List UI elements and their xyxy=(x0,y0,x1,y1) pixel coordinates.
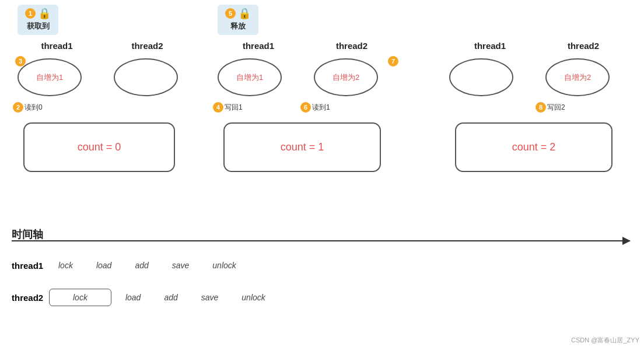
thread1-label-s1: thread1 xyxy=(41,41,72,51)
annotation-write1: 4 写回1 xyxy=(213,102,243,113)
annotation-read0: 2 读到0 xyxy=(13,102,43,113)
timeline-area: 时间轴 thread1 lock load add save unlock th… xyxy=(0,222,644,347)
step-num-4: 4 xyxy=(213,102,223,113)
ellipse-s2-t2: 自增为2 xyxy=(314,58,378,96)
step-num-8: 8 xyxy=(536,102,546,113)
count-box-3: count = 2 xyxy=(455,122,612,172)
read1-label: 读到1 xyxy=(312,103,330,113)
annotation-write2: 8 写回2 xyxy=(536,102,565,113)
count-text-2: count = 1 xyxy=(281,141,324,153)
watermark: CSDN @富春山居_ZYY xyxy=(571,336,639,345)
thread1-ops: lock load add save unlock xyxy=(47,261,248,270)
ellipse-s2-t2-text: 自增为2 xyxy=(332,72,359,83)
thread1-timeline-label: thread1 xyxy=(0,261,47,271)
step-num-3: 3 xyxy=(15,56,26,66)
count-text-3: count = 2 xyxy=(512,141,556,153)
ellipse-s1-t1-text: 自增为1 xyxy=(36,72,63,83)
ellipse-s3-t1 xyxy=(449,58,513,96)
thread1-label-s3: thread1 xyxy=(474,41,506,51)
count-box-1: count = 0 xyxy=(23,122,175,172)
lock-icon-1: 🔒 xyxy=(38,7,51,20)
op-lock-t1: lock xyxy=(47,261,85,270)
op-save-t2: save xyxy=(190,293,230,302)
count-box-2: count = 1 xyxy=(223,122,381,172)
badge-label-2: 释放 xyxy=(230,21,246,31)
lock-badge-2: 5 🔒 释放 xyxy=(218,5,258,35)
badge-label-1: 获取到 xyxy=(27,21,50,31)
thread2-ops: lock load add save unlock xyxy=(47,289,277,306)
op-save-t1: save xyxy=(160,261,201,270)
op-add-t2: add xyxy=(152,293,189,302)
ellipse-s2-t1-text: 自增为1 xyxy=(236,72,263,83)
thread-labels-2: thread1 thread2 xyxy=(212,41,398,51)
timeline-arrow xyxy=(12,240,630,241)
thread2-label-s2: thread2 xyxy=(336,41,368,51)
read0-label: 读到0 xyxy=(24,103,43,113)
thread-labels-3: thread1 thread2 xyxy=(443,41,630,51)
thread2-label-s1: thread2 xyxy=(131,41,163,51)
op-lock-box-t2: lock xyxy=(49,289,111,306)
ellipse-s3-t2-text: 自增为2 xyxy=(564,72,591,83)
op-add-t1: add xyxy=(123,261,160,270)
lock-badge-1: 1 🔒 获取到 xyxy=(18,5,58,35)
ellipse-s3-t2: 自增为2 xyxy=(545,58,610,96)
op-unlock-t2: unlock xyxy=(230,293,276,302)
ellipse-s1-t1: 自增为1 xyxy=(18,58,82,96)
ellipse-s2-t1: 自增为1 xyxy=(218,58,282,96)
main-container: 1 🔒 获取到 thread1 thread2 自增为1 3 2 xyxy=(0,0,644,347)
step-num-6: 6 xyxy=(300,102,311,113)
step-num-5: 5 xyxy=(225,8,236,19)
step-num-7: 7 xyxy=(388,56,398,66)
count-text-1: count = 0 xyxy=(78,141,121,153)
step-num-1: 1 xyxy=(25,8,36,19)
ellipse-s1-t2 xyxy=(114,58,178,96)
thread2-row: thread2 lock load add save unlock xyxy=(0,286,277,309)
op-unlock-t1: unlock xyxy=(201,261,247,270)
step-num-2: 2 xyxy=(13,102,23,113)
op-load-t2: load xyxy=(114,293,152,302)
thread2-label-s3: thread2 xyxy=(568,41,599,51)
write2-label: 写回2 xyxy=(547,103,565,113)
thread1-row: thread1 lock load add save unlock xyxy=(0,254,248,277)
thread-labels-1: thread1 thread2 xyxy=(12,41,192,51)
thread2-timeline-label: thread2 xyxy=(0,293,47,303)
annotation-read1: 6 读到1 xyxy=(300,102,330,113)
lock-icon-2: 🔒 xyxy=(238,7,251,20)
op-load-t1: load xyxy=(85,261,123,270)
timeline-label: 时间轴 xyxy=(12,227,43,241)
diagram-area: 1 🔒 获取到 thread1 thread2 自增为1 3 2 xyxy=(0,0,644,222)
write1-label: 写回1 xyxy=(225,103,243,113)
thread1-label-s2: thread1 xyxy=(243,41,274,51)
